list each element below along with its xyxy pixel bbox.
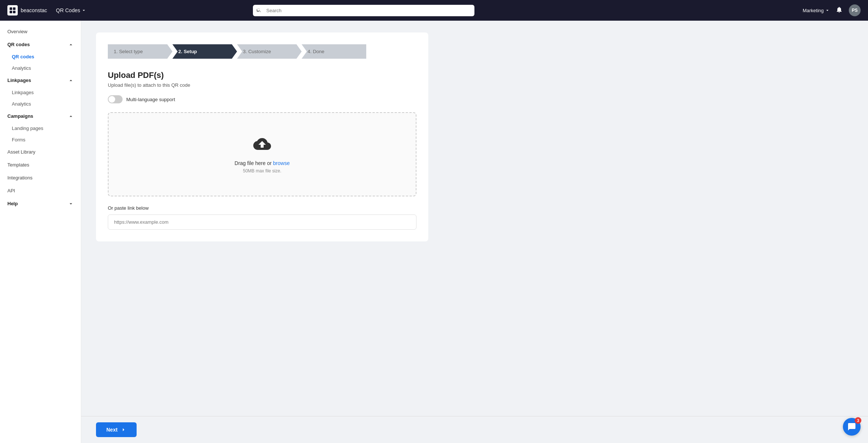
paste-link-input[interactable]: [108, 214, 416, 230]
search-bar: [253, 5, 474, 16]
multi-language-toggle-row: Multi-language support: [108, 95, 416, 103]
sidebar-section-linkpages[interactable]: Linkpages: [0, 74, 81, 87]
svg-rect-0: [10, 7, 12, 10]
multi-language-toggle[interactable]: [108, 95, 123, 103]
brand-logo-area[interactable]: beaconstac: [7, 5, 47, 16]
chevron-up-icon: [68, 78, 73, 83]
marketing-menu[interactable]: Marketing: [803, 8, 830, 13]
step-done[interactable]: 4. Done: [302, 44, 366, 59]
step-customize[interactable]: 3. Customize: [237, 44, 302, 59]
sidebar-item-forms[interactable]: Forms: [0, 134, 81, 145]
sidebar-item-analytics-lp[interactable]: Analytics: [0, 98, 81, 110]
notifications-bell[interactable]: [836, 6, 843, 15]
sidebar-item-landing-pages[interactable]: Landing pages: [0, 123, 81, 134]
sidebar-item-asset-library[interactable]: Asset Library: [0, 145, 81, 158]
search-icon: [257, 8, 262, 13]
chevron-down-icon: [68, 201, 73, 206]
paste-link-label: Or paste link below: [108, 205, 416, 211]
sidebar-item-help[interactable]: Help: [0, 197, 81, 210]
setup-card: 1. Select type 2. Setup 3. Customize 4. …: [96, 32, 428, 241]
bottom-bar: Next: [81, 416, 868, 443]
page-title: Upload PDF(s): [108, 71, 416, 80]
next-button[interactable]: Next: [96, 422, 137, 437]
svg-rect-2: [10, 11, 12, 13]
chevron-up-icon: [68, 42, 73, 47]
sidebar-item-qrcodes[interactable]: QR codes: [0, 51, 81, 62]
browse-link[interactable]: browse: [273, 160, 290, 166]
upload-size-limit: 50MB max file size.: [243, 168, 281, 174]
sidebar-item-overview[interactable]: Overview: [0, 25, 81, 38]
step-select-type[interactable]: 1. Select type: [108, 44, 172, 59]
upload-icon: [253, 135, 271, 154]
avatar[interactable]: PS: [849, 4, 861, 16]
chat-icon: [847, 422, 856, 431]
topnav: beaconstac QR Codes Marketing PS: [0, 0, 868, 21]
chat-badge: 3: [855, 417, 861, 424]
arrow-right-icon: [120, 427, 126, 433]
sidebar-section-qrcodes[interactable]: QR codes: [0, 38, 81, 51]
svg-rect-1: [13, 7, 16, 10]
sidebar: Overview QR codes QR codes Analytics Lin…: [0, 21, 81, 443]
upload-prompt: Drag file here or browse: [234, 160, 289, 166]
sidebar-section-campaigns[interactable]: Campaigns: [0, 110, 81, 123]
upload-dropzone[interactable]: Drag file here or browse 50MB max file s…: [108, 112, 416, 196]
chat-bubble[interactable]: 3: [843, 418, 861, 436]
sidebar-item-api[interactable]: API: [0, 184, 81, 197]
stepper: 1. Select type 2. Setup 3. Customize 4. …: [108, 44, 366, 59]
sidebar-item-templates[interactable]: Templates: [0, 158, 81, 171]
brand-logo: [7, 5, 18, 16]
product-title[interactable]: QR Codes: [56, 7, 86, 13]
chevron-up-icon: [68, 114, 73, 119]
sidebar-item-linkpages[interactable]: Linkpages: [0, 87, 81, 98]
chevron-down-icon: [825, 8, 830, 13]
svg-rect-3: [13, 11, 16, 13]
brand-name: beaconstac: [21, 7, 47, 13]
nav-right: Marketing PS: [803, 4, 861, 16]
sidebar-item-integrations[interactable]: Integrations: [0, 171, 81, 184]
page-subtitle: Upload file(s) to attach to this QR code: [108, 82, 416, 88]
step-setup[interactable]: 2. Setup: [172, 44, 237, 59]
main-content: 1. Select type 2. Setup 3. Customize 4. …: [81, 21, 868, 443]
search-input[interactable]: [253, 5, 474, 16]
sidebar-item-analytics-qr[interactable]: Analytics: [0, 62, 81, 74]
multi-language-label: Multi-language support: [126, 97, 175, 102]
chevron-down-icon: [82, 8, 86, 13]
